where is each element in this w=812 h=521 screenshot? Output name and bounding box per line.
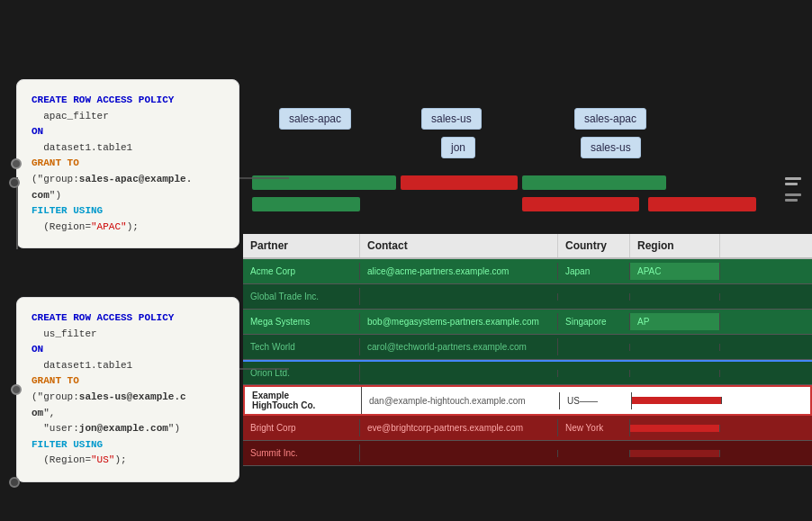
cell-country <box>558 344 630 351</box>
hbar-green2 <box>522 175 666 190</box>
code-line-b4: dataset1.table1 <box>32 358 224 374</box>
table-row: Acme Corp alice@acme-partners.example.co… <box>243 259 812 284</box>
cell-contact <box>360 450 558 457</box>
code-line-9: (Region="APAC"); <box>32 220 224 236</box>
col-header-contact: Contact <box>360 234 558 257</box>
col-header-partner: Partner <box>243 234 360 257</box>
icon-lines-right <box>785 177 801 202</box>
code-line-4: dataset1.table1 <box>32 140 224 157</box>
cell-partner: ExampleHighTouch Co. <box>245 387 362 414</box>
tag-sales-us-1: sales-us <box>421 108 482 130</box>
code-panel-bottom: CREATE ROW ACCESS POLICY us_filter ON da… <box>16 297 239 482</box>
col-header-region: Region <box>630 234 720 257</box>
tag-sales-us-2: sales-us <box>581 137 641 158</box>
connect-line-top-v <box>16 177 18 249</box>
code-line-1: CREATE ROW ACCESS POLICY <box>32 93 224 109</box>
tag-sales-apac-2: sales-apac <box>574 108 646 130</box>
code-line-b6: ("group:sales-us@example.c <box>32 390 224 406</box>
cell-contact: eve@brightcorp-partners.example.com <box>360 419 558 436</box>
table-row: Bright Corp eve@brightcorp-partners.exam… <box>243 416 812 441</box>
hbar-red1 <box>401 175 518 190</box>
table-row: Mega Systems bob@megasystems-partners.ex… <box>243 310 812 335</box>
cell-partner: Bright Corp <box>243 419 360 436</box>
code-line-5: GRANT TO <box>32 156 224 172</box>
code-line-6: ("group:sales-apac@example. <box>32 172 224 188</box>
cell-partner: Summit Inc. <box>243 445 360 462</box>
cell-country: Japan <box>558 263 630 280</box>
cell-country <box>558 450 630 457</box>
cell-contact <box>360 293 558 301</box>
code-panel-top: CREATE ROW ACCESS POLICY apac_filter ON … <box>16 79 239 248</box>
code-line-2: apac_filter <box>32 109 224 125</box>
cell-region <box>630 370 720 377</box>
code-line-b2: us_filter <box>32 327 224 343</box>
table-header: Partner Contact Country Region <box>243 234 812 259</box>
cell-region <box>630 293 720 301</box>
hbar-green4 <box>252 197 360 211</box>
table-row: Summit Inc. <box>243 441 812 466</box>
code-line-b1: CREATE ROW ACCESS POLICY <box>32 310 224 327</box>
cell-contact: alice@acme-partners.example.com <box>360 263 558 280</box>
table-area: Partner Contact Country Region Acme Corp… <box>243 234 812 521</box>
cell-contact: dan@example-hightouch.example.com <box>362 392 560 409</box>
cell-country <box>558 370 630 377</box>
cell-region: APAC <box>630 263 720 280</box>
hbar-red4 <box>648 197 756 211</box>
hbar-red3 <box>522 197 639 211</box>
connector-svg-top <box>239 79 293 187</box>
cell-contact: carol@techworld-partners.example.com <box>360 338 558 355</box>
cell-contact <box>360 370 558 377</box>
panel-circle-top <box>9 177 20 188</box>
code-line-b9: FILTER USING <box>32 437 224 454</box>
code-line-b5: GRANT TO <box>32 373 224 390</box>
col-header-country: Country <box>558 234 630 257</box>
cell-country: Singapore <box>558 313 630 330</box>
code-line-b8: "user:jon@example.com") <box>32 421 224 437</box>
cell-region <box>632 397 722 404</box>
code-line-b7: om", <box>32 406 224 422</box>
table-row: Global Trade Inc. <box>243 284 812 310</box>
table-row: Tech World carol@techworld-partners.exam… <box>243 335 812 360</box>
table-row-highlighted: ExampleHighTouch Co. dan@example-hightou… <box>243 385 812 416</box>
cell-country <box>558 293 630 301</box>
code-line-3: ON <box>32 124 224 140</box>
cell-region <box>630 450 720 457</box>
bars-area <box>243 175 812 225</box>
code-line-b3: ON <box>32 342 224 358</box>
cell-partner: Acme Corp <box>243 263 360 280</box>
table-row: Orion Ltd. <box>243 360 812 385</box>
cell-contact: bob@megasystems-partners.example.com <box>360 313 558 330</box>
tag-jon: jon <box>441 137 475 158</box>
cell-region: AP <box>630 313 720 330</box>
code-line-8: FILTER USING <box>32 203 224 220</box>
code-line-7: com") <box>32 188 224 204</box>
cell-region <box>630 344 720 351</box>
cell-country: New York <box>558 419 630 436</box>
cell-region <box>630 425 720 432</box>
panel-circle-bottom <box>9 477 20 488</box>
cell-country: US—— <box>560 392 632 409</box>
code-line-b10: (Region="US"); <box>32 453 224 469</box>
